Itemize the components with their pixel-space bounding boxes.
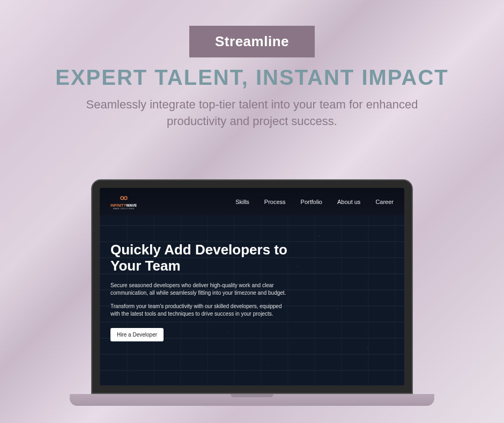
page-subtitle: Seamlessly integrate top-tier talent int… xyxy=(80,97,424,130)
nav-skills[interactable]: Skills xyxy=(235,199,249,205)
nav-portfolio[interactable]: Portfolio xyxy=(301,199,322,205)
hero-title: Quickly Add Developers to Your Team xyxy=(110,242,293,274)
laptop-base xyxy=(70,394,434,406)
nav-career[interactable]: Career xyxy=(375,199,394,205)
laptop-screen: INFINITYWAVE WAVE SOLUTIONS Skills Proce… xyxy=(100,188,404,385)
logo-subtext: WAVE SOLUTIONS xyxy=(113,207,135,210)
streamline-badge: Streamline xyxy=(189,26,315,57)
logo-text: INFINITYWAVE xyxy=(110,203,137,207)
infinity-logo-icon xyxy=(117,193,130,203)
page-title: EXPERT TALENT, INSTANT IMPACT xyxy=(0,65,504,90)
laptop-bezel: INFINITYWAVE WAVE SOLUTIONS Skills Proce… xyxy=(91,179,413,394)
laptop-mockup: INFINITYWAVE WAVE SOLUTIONS Skills Proce… xyxy=(91,179,413,406)
nav: Skills Process Portfolio About us Career xyxy=(235,199,394,205)
nav-process[interactable]: Process xyxy=(264,199,286,205)
hero-paragraph-2: Transform your team's productivity with … xyxy=(110,303,293,318)
hero-paragraph-1: Secure seasoned developers who deliver h… xyxy=(110,282,293,297)
hero-content: Quickly Add Developers to Your Team Secu… xyxy=(100,215,303,350)
site-header: INFINITYWAVE WAVE SOLUTIONS Skills Proce… xyxy=(100,188,404,215)
logo[interactable]: INFINITYWAVE WAVE SOLUTIONS xyxy=(110,193,137,210)
nav-about[interactable]: About us xyxy=(337,199,360,205)
hero-section: Quickly Add Developers to Your Team Secu… xyxy=(100,215,404,385)
hire-developer-button[interactable]: Hire a Developer xyxy=(110,328,164,341)
